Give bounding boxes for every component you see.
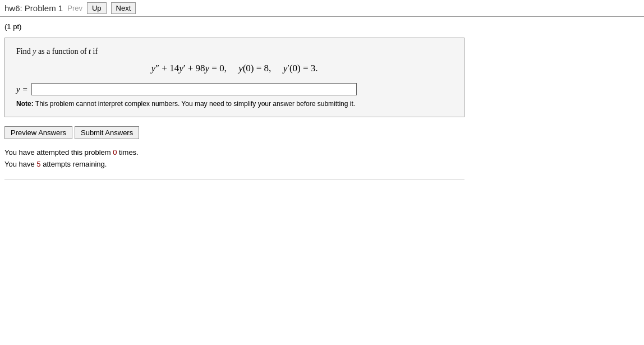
answer-label: y = <box>16 85 28 94</box>
submit-answers-button[interactable]: Submit Answers <box>75 126 139 139</box>
answer-row: y = <box>16 83 453 95</box>
divider <box>4 180 464 180</box>
prev-nav-text: Prev <box>67 4 82 12</box>
note-text: Note: This problem cannot interpret comp… <box>16 100 453 108</box>
var-t: t <box>89 47 91 56</box>
var-y: y <box>33 47 36 56</box>
main-content: (1 pt) Find y as a function of t if y″ +… <box>0 17 644 186</box>
problem-box: Find y as a function of t if y″ + 14y′ +… <box>4 38 464 117</box>
attempts-prefix: You have attempted this problem <box>4 148 113 157</box>
attempts-suffix: times. <box>117 148 138 157</box>
status-attempts: You have attempted this problem 0 times. <box>4 147 640 159</box>
page-title: hw6: Problem 1 <box>4 3 63 13</box>
remaining-count: 5 <box>36 160 40 168</box>
next-button[interactable]: Next <box>111 2 136 14</box>
math-equation: y″ + 14y′ + 98y = 0, y(0) = 8, y′(0) = 3… <box>16 63 453 74</box>
problem-instruction: Find y as a function of t if <box>16 47 453 56</box>
buttons-row: Preview Answers Submit Answers <box>4 126 640 139</box>
note-label: Note: <box>16 100 34 108</box>
status-remaining: You have 5 attempts remaining. <box>4 159 640 171</box>
note-content: This problem cannot interpret complex nu… <box>35 100 355 108</box>
page-header: hw6: Problem 1 Prev Up Next <box>0 0 644 17</box>
remaining-suffix: attempts remaining. <box>41 160 107 168</box>
remaining-prefix: You have <box>4 160 36 168</box>
points-label: (1 pt) <box>4 22 640 31</box>
up-button[interactable]: Up <box>87 2 107 14</box>
answer-input[interactable] <box>31 83 357 95</box>
preview-answers-button[interactable]: Preview Answers <box>4 126 72 139</box>
